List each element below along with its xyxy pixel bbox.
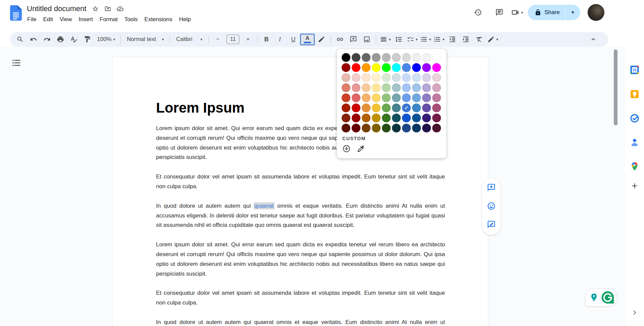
search-button[interactable] xyxy=(13,33,27,45)
paint-format-button[interactable] xyxy=(81,33,94,45)
color-swatch[interactable] xyxy=(432,124,441,132)
add-custom-color-button[interactable] xyxy=(342,145,351,153)
paragraph[interactable]: Et consequatur dolor vel amet ipsam sit … xyxy=(156,172,445,192)
checklist-button[interactable]: ▾ xyxy=(405,33,419,45)
color-swatch[interactable] xyxy=(362,83,370,92)
color-swatch[interactable] xyxy=(422,93,431,102)
color-swatch[interactable] xyxy=(392,83,401,92)
document-saved-cloud-icon[interactable] xyxy=(117,5,123,12)
color-swatch[interactable] xyxy=(422,63,431,72)
color-swatch[interactable] xyxy=(392,93,401,102)
color-swatch[interactable] xyxy=(412,104,421,112)
eyedropper-button[interactable] xyxy=(357,145,365,153)
color-swatch[interactable] xyxy=(352,53,360,62)
color-swatch[interactable] xyxy=(352,63,360,72)
color-swatch[interactable] xyxy=(432,53,441,62)
color-swatch[interactable] xyxy=(412,53,421,62)
text-color-button[interactable]: A xyxy=(300,34,315,45)
color-swatch[interactable] xyxy=(402,73,411,82)
color-swatch[interactable] xyxy=(382,83,391,92)
color-swatch[interactable] xyxy=(352,124,360,132)
show-outline-button[interactable] xyxy=(11,58,21,68)
star-icon[interactable] xyxy=(92,5,99,12)
color-swatch[interactable] xyxy=(372,93,381,102)
color-swatch[interactable] xyxy=(372,124,381,132)
clear-formatting-button[interactable] xyxy=(473,33,486,45)
line-spacing-button[interactable] xyxy=(392,33,405,45)
color-swatch[interactable] xyxy=(362,93,370,102)
google-calendar-shortcut[interactable]: 31 xyxy=(629,64,640,76)
insert-image-button[interactable] xyxy=(360,33,374,45)
print-button[interactable] xyxy=(54,33,67,45)
emoji-reaction-fab[interactable] xyxy=(487,202,496,212)
highlight-color-button[interactable] xyxy=(315,33,328,45)
add-comment-button[interactable] xyxy=(347,33,360,45)
grammarly-g-icon[interactable] xyxy=(600,290,615,305)
paragraph[interactable]: In quod dolore ut autem autem qui quaera… xyxy=(156,318,445,326)
open-comments-button[interactable] xyxy=(492,5,507,20)
chevron-right-icon[interactable] xyxy=(630,308,639,317)
google-maps-shortcut[interactable] xyxy=(629,161,640,172)
zoom-select[interactable]: 100%▾ xyxy=(94,33,118,45)
color-swatch[interactable] xyxy=(362,124,370,132)
font-size-increase-button[interactable]: + xyxy=(241,33,255,45)
menu-help[interactable]: Help xyxy=(176,15,194,24)
color-swatch[interactable] xyxy=(362,114,370,122)
grammarly-suggestions-icon[interactable] xyxy=(589,293,599,302)
color-swatch[interactable] xyxy=(422,83,431,92)
menu-edit[interactable]: Edit xyxy=(40,15,56,24)
selected-word[interactable]: quaerat xyxy=(254,202,275,209)
color-swatch[interactable] xyxy=(342,104,350,112)
color-swatch[interactable] xyxy=(382,124,391,132)
menu-insert[interactable]: Insert xyxy=(75,15,96,24)
color-swatch[interactable] xyxy=(402,83,411,92)
menu-extensions[interactable]: Extensions xyxy=(141,15,176,24)
color-swatch[interactable] xyxy=(352,93,360,102)
document-title[interactable]: Untitled document xyxy=(27,4,86,13)
color-swatch[interactable] xyxy=(352,114,360,122)
color-swatch[interactable] xyxy=(372,104,381,112)
indent-increase-button[interactable] xyxy=(459,33,473,45)
color-swatch[interactable] xyxy=(362,63,370,72)
color-swatch[interactable] xyxy=(342,114,350,122)
font-size-value[interactable]: 11 xyxy=(227,35,239,44)
vertical-scrollbar[interactable] xyxy=(614,49,617,125)
editing-mode-button[interactable]: ▾ xyxy=(486,33,499,45)
color-swatch[interactable] xyxy=(402,114,411,122)
move-folder-icon[interactable] xyxy=(104,5,111,12)
menu-view[interactable]: View xyxy=(56,15,76,24)
color-swatch[interactable] xyxy=(362,73,370,82)
color-swatch[interactable] xyxy=(422,104,431,112)
menu-format[interactable]: Format xyxy=(96,15,121,24)
color-swatch[interactable] xyxy=(412,83,421,92)
color-swatch[interactable] xyxy=(392,73,401,82)
color-swatch[interactable] xyxy=(342,124,350,132)
undo-button[interactable] xyxy=(27,33,40,45)
indent-decrease-button[interactable] xyxy=(446,33,459,45)
color-swatch[interactable] xyxy=(382,73,391,82)
color-swatch[interactable] xyxy=(342,63,350,72)
color-swatch[interactable] xyxy=(372,83,381,92)
color-swatch[interactable] xyxy=(402,93,411,102)
google-tasks-shortcut[interactable] xyxy=(629,113,640,124)
styles-select[interactable]: Normal text▾ xyxy=(123,33,167,45)
color-swatch[interactable] xyxy=(392,53,401,62)
insert-link-button[interactable] xyxy=(333,33,347,45)
color-swatch[interactable] xyxy=(392,124,401,132)
color-swatch[interactable] xyxy=(432,93,441,102)
google-docs-logo-icon[interactable] xyxy=(10,5,22,21)
color-swatch[interactable] xyxy=(392,63,401,72)
menu-file[interactable]: File xyxy=(24,15,40,24)
color-swatch[interactable] xyxy=(412,124,421,132)
redo-button[interactable] xyxy=(40,33,54,45)
color-swatch[interactable] xyxy=(342,73,350,82)
color-swatch[interactable] xyxy=(342,93,350,102)
color-swatch[interactable] xyxy=(382,53,391,62)
paragraph[interactable]: In quod dolore ut autem autem qui quaera… xyxy=(156,201,445,230)
color-swatch[interactable] xyxy=(402,53,411,62)
google-contacts-shortcut[interactable] xyxy=(629,136,640,148)
color-swatch[interactable] xyxy=(392,104,401,112)
color-swatch[interactable] xyxy=(382,114,391,122)
color-swatch[interactable] xyxy=(402,124,411,132)
menu-tools[interactable]: Tools xyxy=(121,15,141,24)
